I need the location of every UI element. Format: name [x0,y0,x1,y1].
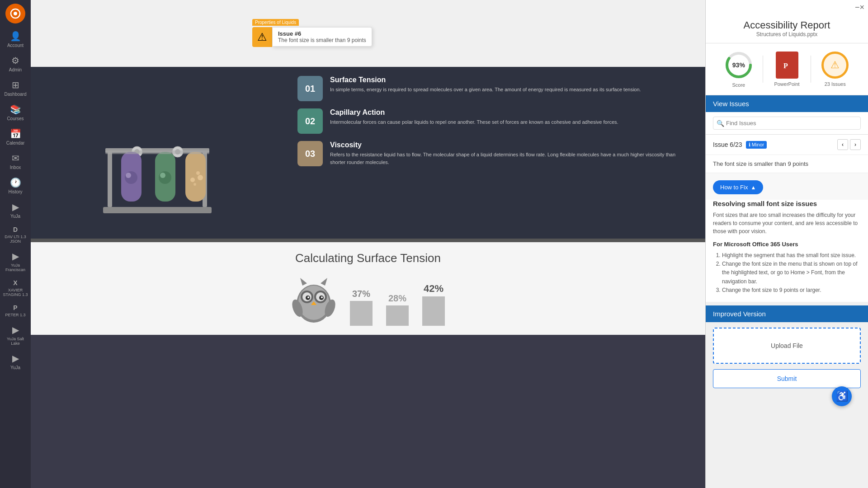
sidebar-item-courses[interactable]: 📚 Courses [0,100,31,125]
sidebar-item-account[interactable]: 👤 Account [0,27,31,52]
bar-group-1: 37% [350,289,373,326]
close-button[interactable]: × [859,3,864,12]
slide-bottom: Calculating Surface Tension [31,242,705,335]
submit-button[interactable]: Submit [713,369,861,388]
admin-icon: ⚙ [11,55,19,66]
sidebar-item-peter[interactable]: P PETER 1.3 [0,300,31,321]
sidebar: 👤 Account ⚙ Admin ⊞ Dashboard 📚 Courses … [0,0,31,488]
fix-step-3: Change the font size to 9 points or larg… [722,286,861,295]
accessibility-fab[interactable]: ♿ [832,386,852,406]
sidebar-item-yuja[interactable]: ▶ YuJa [0,198,31,222]
upload-label: Upload File [771,342,803,349]
sidebar-item-inbox[interactable]: ✉ Inbox [0,149,31,174]
slide-content-area: 01 Surface Tension In simple terms, ener… [31,67,705,239]
dav-icon: D [13,226,18,233]
fix-step-1: Highlight the segment that has the small… [722,251,861,260]
fix-steps-list: Highlight the segment that has the small… [713,251,861,295]
item-desc-02: Intermolecular forces can cause polar li… [330,118,692,126]
bar-value-1: 37% [352,289,370,299]
bar-value-3: 42% [424,283,443,295]
sidebar-item-calendar[interactable]: 📅 Calendar [0,125,31,149]
svg-point-20 [198,175,203,180]
fix-content: Resolving small font size issues Font si… [706,200,868,302]
improved-version-header: Improved Version [706,305,868,322]
yuja-icon: ▶ [12,202,19,212]
sidebar-item-dav-lti[interactable]: D DAV LTI 1.3 JSON [0,222,31,247]
score-row: 93% Score P PowerPoint ⚠ 23 Issues [706,43,868,95]
yuja2-icon: ▶ [12,353,19,364]
issues-badge: ⚠ [821,52,849,79]
minimize-button[interactable]: − [855,3,860,12]
issue-counter-row: Issue 6/23 ℹ Minor [713,141,767,149]
issue-tooltip-content: Issue #6 The font size is smaller than 9… [272,27,372,47]
svg-point-15 [160,173,165,178]
fix-title: Resolving small font size issues [713,200,861,207]
fix-intro: Font sizes that are too small increases … [713,211,861,235]
sidebar-item-xavier[interactable]: X XAVIER STAGING 1.3 [0,276,31,300]
svg-point-11 [125,171,137,184]
app-logo[interactable] [5,4,25,23]
svg-marker-33 [300,278,307,286]
yuja-franciscan-icon: ▶ [12,251,19,262]
nav-arrows: ‹ › [837,139,861,150]
owl-mascot [291,270,336,326]
issue-tooltip-desc: The font size is smaller than 9 points [278,37,366,43]
slide-divider [31,239,705,242]
search-wrapper: 🔍 [713,117,861,130]
svg-text:P: P [783,62,788,70]
score-label: Score [732,82,745,88]
item-text-02: Capillary Action Intermolecular forces c… [330,108,692,126]
next-issue-button[interactable]: › [850,139,861,150]
account-icon: 👤 [10,31,21,42]
pptx-svg: P [780,56,794,74]
svg-rect-21 [105,150,209,154]
svg-point-18 [196,171,200,175]
panel-title: Accessibility Report [715,19,859,31]
svg-rect-4 [108,148,112,207]
bar-chart: 37% 28% 42% [291,270,445,326]
sidebar-item-history[interactable]: 🕐 History [0,174,31,198]
sidebar-item-yuja-franciscan[interactable]: ▶ YuJa Franciscan [0,247,31,276]
item-title-02: Capillary Action [330,108,692,117]
issue-tooltip: Properties of Liquids ⚠ Issue #6 The fon… [252,27,372,47]
svg-point-17 [190,178,195,182]
sidebar-item-yuja-salt[interactable]: ▶ YuJa Salt Lake [0,321,31,349]
svg-point-14 [159,171,171,184]
panel-header-content: Accessibility Report Structures of Liqui… [715,19,859,38]
issue-desc-text: The font size is smaller than 9 points [713,160,861,167]
search-input[interactable] [713,117,861,130]
fix-step-2: Change the font size in the menu that is… [722,260,861,286]
accessibility-panel: − × Accessibility Report Structures of L… [705,0,868,488]
score-value: 93% [732,61,745,69]
lab-svg [67,85,248,221]
dashboard-icon: ⊞ [12,80,19,90]
main-area: Properties of Liquids ⚠ Issue #6 The fon… [31,0,705,488]
panel-header: Accessibility Report Structures of Liqui… [706,12,868,43]
slide-top: Properties of Liquids ⚠ Issue #6 The fon… [31,0,705,67]
svg-point-19 [193,183,196,186]
how-to-fix-button[interactable]: How to Fix ▲ [713,180,763,194]
item-number-01: 01 [297,76,323,101]
warning-icon: ⚠ [830,59,840,71]
sidebar-item-admin[interactable]: ⚙ Admin [0,52,31,76]
prev-issue-button[interactable]: ‹ [837,139,848,150]
item-number-03: 03 [297,141,323,166]
chevron-up-icon: ▲ [750,184,756,191]
upload-area[interactable]: Upload File [713,328,861,364]
item-text-03: Viscosity Refers to the resistance liqui… [330,141,692,166]
bar-2 [386,305,409,326]
sidebar-item-yuja2[interactable]: ▶ YuJa [0,349,31,374]
item-desc-01: In simple terms, energy is required to s… [330,86,692,94]
bar-value-2: 28% [388,293,406,304]
issue-counter: Issue 6/23 [713,141,742,148]
list-item: 02 Capillary Action Intermolecular force… [297,108,692,134]
item-desc-03: Refers to the resistance liquid has to f… [330,151,692,166]
item-title-03: Viscosity [330,141,692,149]
sidebar-item-dashboard[interactable]: ⊞ Dashboard [0,76,31,100]
accessibility-icon: ♿ [836,390,848,402]
panel-window-controls: − × [706,0,868,12]
svg-point-12 [126,173,131,178]
issue-nav: Issue 6/23 ℹ Minor ‹ › [706,135,868,155]
second-slide-title: Calculating Surface Tension [295,251,441,265]
calendar-icon: 📅 [10,128,21,139]
